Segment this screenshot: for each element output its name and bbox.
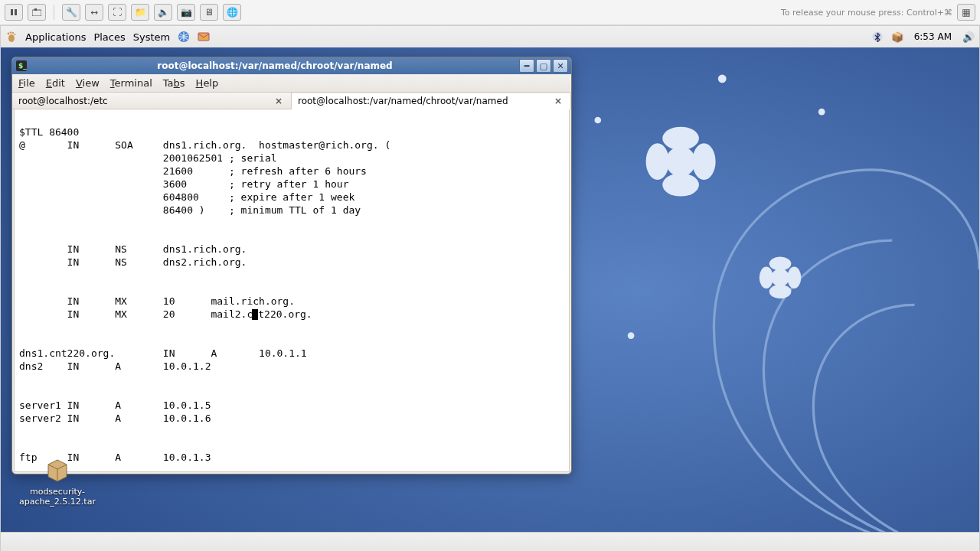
zone-line: IN MX 20 mail2.c <box>19 308 253 320</box>
menu-applications[interactable]: Applications <box>25 31 86 43</box>
vm-tile-icon[interactable]: ▦ <box>957 4 975 21</box>
bluetooth-icon[interactable] <box>871 31 884 43</box>
menu-file[interactable]: File <box>18 77 35 89</box>
vm-audio-icon[interactable]: 🔈 <box>154 4 172 21</box>
svg-point-17 <box>662 173 699 196</box>
svg-point-8 <box>14 34 15 35</box>
tab-close-icon[interactable]: × <box>273 96 285 106</box>
vm-fullscreen-icon[interactable]: ⛶ <box>108 4 126 21</box>
menu-edit[interactable]: Edit <box>46 77 65 89</box>
svg-point-19 <box>760 266 773 289</box>
terminal-tabbar: root@localhost:/etc × root@localhost:/va… <box>12 93 571 109</box>
svg-rect-2 <box>32 10 41 16</box>
zone-line: $TTL 86400 <box>19 126 79 138</box>
window-title: root@localhost:/var/named/chroot/var/nam… <box>32 60 518 71</box>
svg-point-22 <box>769 285 792 298</box>
terminal-menubar: File Edit View Terminal Tabs Help <box>12 74 571 93</box>
menu-terminal[interactable]: Terminal <box>110 77 152 89</box>
svg-text:$_: $_ <box>18 62 27 70</box>
zone-line: IN NS dns2.rich.org. <box>19 256 247 268</box>
menu-places[interactable]: Places <box>93 31 125 43</box>
vm-network-icon[interactable]: 🌐 <box>223 4 241 21</box>
svg-rect-3 <box>34 8 37 11</box>
vm-toolbar: 🔧 ↔ ⛶ 📁 🔈 📷 🖥 🌐 To release your mouse pr… <box>0 0 980 25</box>
svg-point-4 <box>8 34 15 42</box>
svg-point-14 <box>646 143 669 180</box>
terminal-icon: $_ <box>15 60 28 72</box>
zone-line: @ IN SOA dns1.rich.org. hostmaster@rich.… <box>19 139 390 151</box>
vm-camera-icon[interactable]: 📷 <box>177 4 195 21</box>
svg-rect-0 <box>11 9 13 15</box>
svg-point-6 <box>10 31 12 34</box>
svg-rect-10 <box>198 33 209 41</box>
svg-point-7 <box>12 32 14 34</box>
svg-point-23 <box>718 74 727 83</box>
zone-line: t220.org. <box>258 308 312 320</box>
desktop-file-icon[interactable]: modsecurity-apache_2.5.12.tar <box>19 454 96 507</box>
window-maximize-button[interactable]: ▢ <box>536 59 551 73</box>
zone-line: 21600 ; refresh after 6 hours <box>19 165 367 177</box>
package-updates-icon[interactable]: 📦 <box>891 31 903 43</box>
zone-line: server1 IN A 10.0.1.5 <box>19 399 211 411</box>
svg-point-26 <box>628 332 635 339</box>
terminal-window: $_ root@localhost:/var/named/chroot/var/… <box>11 57 572 474</box>
vm-settings-icon[interactable]: 🔧 <box>62 4 80 21</box>
terminal-tab-etc[interactable]: root@localhost:/etc × <box>12 93 292 109</box>
zone-line: dns1.cnt220.org. IN A 10.0.1.1 <box>19 347 307 359</box>
panel-clock[interactable]: 6:53 AM <box>911 31 955 42</box>
menu-tabs[interactable]: Tabs <box>163 77 185 89</box>
browser-launcher-icon[interactable] <box>178 31 190 43</box>
zone-line: server2 IN A 10.0.1.6 <box>19 412 211 424</box>
svg-point-25 <box>818 109 825 116</box>
window-close-button[interactable]: ✕ <box>553 59 568 73</box>
package-icon <box>42 454 73 484</box>
svg-point-24 <box>594 117 601 124</box>
svg-point-20 <box>787 266 801 289</box>
zone-line: 3600 ; retry after 1 hour <box>19 178 348 190</box>
vm-shared-folders-icon[interactable]: 📁 <box>131 4 149 21</box>
window-minimize-button[interactable]: ━ <box>519 59 534 73</box>
tab-label: root@localhost:/var/named/chroot/var/nam… <box>298 96 508 106</box>
terminal-tab-named[interactable]: root@localhost:/var/named/chroot/var/nam… <box>292 93 571 109</box>
gnome-bottom-panel[interactable] <box>1 532 979 551</box>
desktop[interactable]: $_ root@localhost:/var/named/chroot/var/… <box>1 47 979 533</box>
svg-point-5 <box>8 33 10 35</box>
foot-icon <box>5 31 18 43</box>
vm-snapshot-button[interactable] <box>28 4 46 21</box>
window-titlebar[interactable]: $_ root@localhost:/var/named/chroot/var/… <box>12 57 571 74</box>
vm-display-icon[interactable]: 🖥 <box>200 4 218 21</box>
svg-point-13 <box>666 147 696 177</box>
zone-line: dns2 IN A 10.0.1.2 <box>19 360 211 372</box>
vm-mouse-hint: To release your mouse press: Control+⌘ <box>781 8 952 18</box>
mail-launcher-icon[interactable] <box>198 31 210 43</box>
zone-line: IN MX 10 mail.rich.org. <box>19 295 295 307</box>
gnome-top-panel: Applications Places System 📦 6:53 AM 🔊 <box>1 26 979 48</box>
tab-close-icon[interactable]: × <box>552 96 564 106</box>
svg-point-18 <box>771 269 789 286</box>
svg-point-15 <box>692 143 715 180</box>
svg-point-16 <box>662 127 699 150</box>
terminal-content[interactable]: $TTL 86400 @ IN SOA dns1.rich.org. hostm… <box>14 109 570 472</box>
volume-icon[interactable]: 🔊 <box>962 31 975 43</box>
tab-label: root@localhost:/etc <box>18 96 108 106</box>
zone-line: 2001062501 ; serial <box>19 152 277 164</box>
desktop-file-label: modsecurity-apache_2.5.12.tar <box>19 487 96 507</box>
svg-point-21 <box>769 256 792 270</box>
menu-system[interactable]: System <box>133 31 170 43</box>
zone-line: IN NS dns1.rich.org. <box>19 243 247 255</box>
vm-resize-icon[interactable]: ↔ <box>85 4 103 21</box>
menu-help[interactable]: Help <box>196 77 219 89</box>
vm-pause-button[interactable] <box>5 4 23 21</box>
menu-view[interactable]: View <box>76 77 100 89</box>
zone-line: 86400 ) ; minimum TTL of 1 day <box>19 204 361 216</box>
zone-line: 604800 ; expire after 1 week <box>19 191 354 203</box>
svg-rect-1 <box>15 9 17 15</box>
